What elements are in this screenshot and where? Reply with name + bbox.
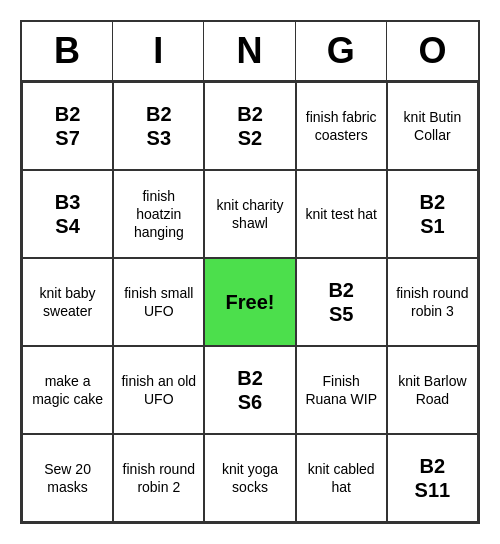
cell-text-r3c4: knit Barlow Road — [392, 372, 473, 408]
header-letter-i: I — [113, 22, 204, 80]
cell-text-r1c3: knit test hat — [305, 205, 377, 223]
cell-text-r0c1: B2S3 — [146, 102, 172, 150]
cell-r1c2[interactable]: knit charity shawl — [204, 170, 295, 258]
cell-r2c2[interactable]: Free! — [204, 258, 295, 346]
cell-text-r0c4: knit Butin Collar — [392, 108, 473, 144]
cell-r0c4[interactable]: knit Butin Collar — [387, 82, 478, 170]
header-letter-g: G — [296, 22, 387, 80]
cell-r3c2[interactable]: B2S6 — [204, 346, 295, 434]
cell-text-r2c4: finish round robin 3 — [392, 284, 473, 320]
cell-text-r1c1: finish hoatzin hanging — [118, 187, 199, 242]
cell-r2c4[interactable]: finish round robin 3 — [387, 258, 478, 346]
cell-text-r0c3: finish fabric coasters — [301, 108, 382, 144]
cell-text-r0c0: B2S7 — [55, 102, 81, 150]
cell-r4c1[interactable]: finish round robin 2 — [113, 434, 204, 522]
cell-r0c3[interactable]: finish fabric coasters — [296, 82, 387, 170]
cell-text-r3c0: make a magic cake — [27, 372, 108, 408]
cell-text-r3c3: Finish Ruana WIP — [301, 372, 382, 408]
cell-r3c4[interactable]: knit Barlow Road — [387, 346, 478, 434]
cell-text-r1c2: knit charity shawl — [209, 196, 290, 232]
cell-text-r2c0: knit baby sweater — [27, 284, 108, 320]
cell-r4c3[interactable]: knit cabled hat — [296, 434, 387, 522]
cell-r4c4[interactable]: B2S11 — [387, 434, 478, 522]
cell-text-r1c0: B3S4 — [55, 190, 81, 238]
cell-r3c0[interactable]: make a magic cake — [22, 346, 113, 434]
cell-text-r4c4: B2S11 — [415, 454, 451, 502]
cell-r1c3[interactable]: knit test hat — [296, 170, 387, 258]
bingo-card: BINGO B2S7B2S3B2S2finish fabric coasters… — [20, 20, 480, 524]
cell-r3c1[interactable]: finish an old UFO — [113, 346, 204, 434]
cell-r4c2[interactable]: knit yoga socks — [204, 434, 295, 522]
cell-text-r4c0: Sew 20 masks — [27, 460, 108, 496]
cell-text-r2c3: B2S5 — [328, 278, 354, 326]
cell-text-r2c2: Free! — [226, 289, 275, 315]
cell-text-r4c2: knit yoga socks — [209, 460, 290, 496]
cell-text-r3c1: finish an old UFO — [118, 372, 199, 408]
cell-r0c0[interactable]: B2S7 — [22, 82, 113, 170]
header-letter-o: O — [387, 22, 478, 80]
header-letter-b: B — [22, 22, 113, 80]
cell-r2c0[interactable]: knit baby sweater — [22, 258, 113, 346]
cell-text-r4c1: finish round robin 2 — [118, 460, 199, 496]
bingo-grid: B2S7B2S3B2S2finish fabric coastersknit B… — [22, 82, 478, 522]
cell-r1c4[interactable]: B2S1 — [387, 170, 478, 258]
cell-r1c0[interactable]: B3S4 — [22, 170, 113, 258]
cell-r2c1[interactable]: finish small UFO — [113, 258, 204, 346]
cell-r4c0[interactable]: Sew 20 masks — [22, 434, 113, 522]
cell-text-r0c2: B2S2 — [237, 102, 263, 150]
cell-text-r1c4: B2S1 — [420, 190, 446, 238]
cell-text-r2c1: finish small UFO — [118, 284, 199, 320]
header-letter-n: N — [204, 22, 295, 80]
cell-r3c3[interactable]: Finish Ruana WIP — [296, 346, 387, 434]
cell-r0c2[interactable]: B2S2 — [204, 82, 295, 170]
bingo-header: BINGO — [22, 22, 478, 82]
cell-r1c1[interactable]: finish hoatzin hanging — [113, 170, 204, 258]
cell-r2c3[interactable]: B2S5 — [296, 258, 387, 346]
cell-text-r4c3: knit cabled hat — [301, 460, 382, 496]
cell-text-r3c2: B2S6 — [237, 366, 263, 414]
cell-r0c1[interactable]: B2S3 — [113, 82, 204, 170]
